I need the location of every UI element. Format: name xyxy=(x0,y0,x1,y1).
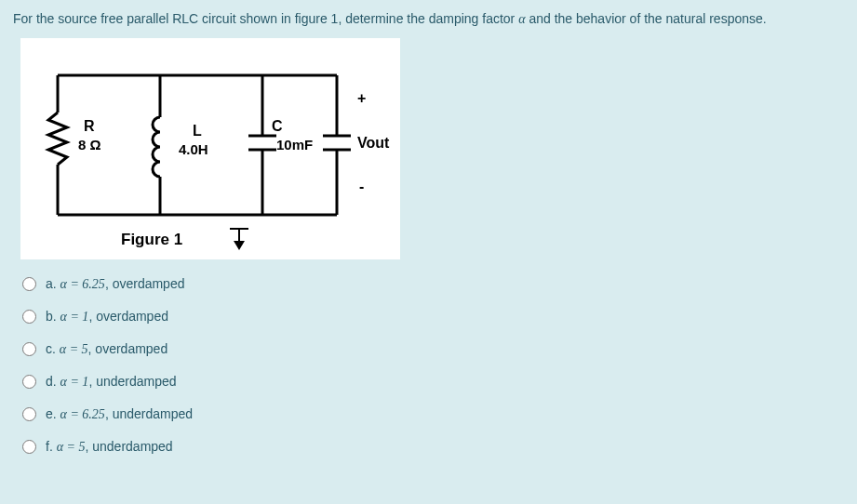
option-a-label: a. α = 6.25, overdamped xyxy=(46,276,184,292)
letter: c. xyxy=(46,341,56,356)
figure-label: Figure 1 xyxy=(121,231,182,248)
radio-e[interactable] xyxy=(22,407,36,421)
alpha-expr: α = 5 xyxy=(57,440,86,454)
behavior: , overdamped xyxy=(88,309,168,324)
c-label: C xyxy=(272,118,283,134)
behavior: , overdamped xyxy=(88,341,168,356)
alpha-expr: α = 1 xyxy=(60,310,89,324)
letter: f. xyxy=(46,439,53,454)
behavior: , underdamped xyxy=(105,406,193,421)
radio-c[interactable] xyxy=(22,342,36,356)
behavior: , underdamped xyxy=(88,374,176,389)
radio-b[interactable] xyxy=(22,310,36,324)
alpha-expr: α = 6.25 xyxy=(60,407,105,421)
question-suffix: and the behavior of the natural response… xyxy=(526,11,767,26)
option-c[interactable]: c. α = 5, overdamped xyxy=(22,341,844,357)
letter: b. xyxy=(46,309,57,324)
plus-label: + xyxy=(357,90,366,106)
r-value: 8 Ω xyxy=(78,137,101,153)
question-prefix: For the source free parallel RLC circuit… xyxy=(13,11,518,26)
option-f[interactable]: f. α = 5, underdamped xyxy=(22,439,844,455)
radio-a[interactable] xyxy=(22,277,36,291)
letter: a. xyxy=(46,276,57,291)
figure-box: R 8 Ω L 4.0H C 10mF Vout + - Figure 1 xyxy=(20,38,400,259)
question-alpha: α xyxy=(518,12,525,26)
option-d-label: d. α = 1, underdamped xyxy=(46,374,177,390)
vout-label: Vout xyxy=(357,135,390,151)
option-e-label: e. α = 6.25, underdamped xyxy=(46,406,193,422)
option-d[interactable]: d. α = 1, underdamped xyxy=(22,374,844,390)
l-label: L xyxy=(193,123,202,139)
minus-label: - xyxy=(359,179,364,194)
option-c-label: c. α = 5, overdamped xyxy=(46,341,167,357)
behavior: , underdamped xyxy=(85,439,172,454)
circuit-diagram: R 8 Ω L 4.0H C 10mF Vout + - Figure 1 xyxy=(20,38,400,259)
option-e[interactable]: e. α = 6.25, underdamped xyxy=(22,406,844,422)
alpha-expr: α = 5 xyxy=(60,342,88,356)
option-b-label: b. α = 1, overdamped xyxy=(46,309,168,325)
c-value: 10mF xyxy=(276,137,313,153)
option-b[interactable]: b. α = 1, overdamped xyxy=(22,309,844,325)
alpha-expr: α = 6.25 xyxy=(60,277,105,291)
letter: d. xyxy=(46,374,57,389)
l-value: 4.0H xyxy=(179,141,208,157)
behavior: , overdamped xyxy=(105,276,185,291)
letter: e. xyxy=(46,406,57,421)
svg-marker-16 xyxy=(234,241,245,250)
option-f-label: f. α = 5, underdamped xyxy=(46,439,173,455)
option-a[interactable]: a. α = 6.25, overdamped xyxy=(22,276,844,292)
options-list: a. α = 6.25, overdamped b. α = 1, overda… xyxy=(22,276,844,455)
question-text: For the source free parallel RLC circuit… xyxy=(13,11,844,27)
radio-f[interactable] xyxy=(22,440,36,454)
radio-d[interactable] xyxy=(22,375,36,389)
r-label: R xyxy=(84,118,95,134)
alpha-expr: α = 1 xyxy=(60,375,89,389)
